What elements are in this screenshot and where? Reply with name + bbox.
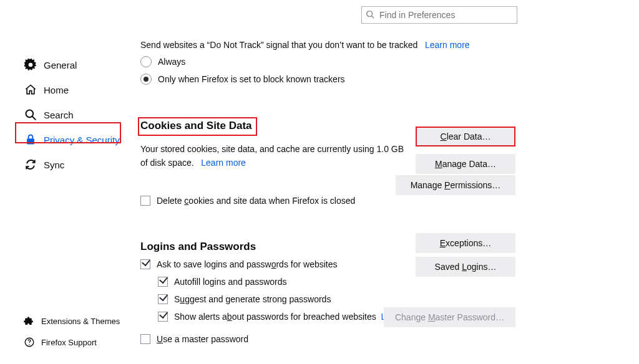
change-master-password-button: Change Master Password… <box>384 307 515 327</box>
radio-icon <box>140 74 152 85</box>
checkbox-icon <box>140 259 150 269</box>
sidebar-item-label: Home <box>44 85 69 95</box>
saved-logins-button[interactable]: Saved Logins… <box>416 257 515 277</box>
checkbox-icon <box>158 294 168 304</box>
sidebar-item-home[interactable]: Home <box>19 77 131 102</box>
cookies-description: Your stored cookies, site data, and cach… <box>140 142 409 170</box>
autofill-logins-checkbox[interactable]: Autofill logins and passwords <box>158 277 509 287</box>
radio-label: Always <box>158 57 185 67</box>
dnt-description: Send websites a “Do Not Track” signal th… <box>140 40 417 50</box>
svg-point-0 <box>367 11 373 16</box>
clear-data-button[interactable]: Clear Data… <box>416 127 515 146</box>
extensions-themes-label: Extensions & Themes <box>41 317 120 326</box>
search-icon <box>366 10 378 21</box>
checkbox-label: Use a master password <box>157 334 248 344</box>
highlight-cookies-heading: Cookies and Site Data <box>138 117 257 136</box>
preferences-search[interactable] <box>361 6 517 24</box>
help-icon <box>24 337 35 348</box>
delete-cookies-on-close-checkbox[interactable]: Delete cookies and site data when Firefo… <box>140 196 509 206</box>
svg-line-1 <box>372 16 374 18</box>
checkbox-label: Delete cookies and site data when Firefo… <box>157 196 355 206</box>
home-icon <box>24 83 37 97</box>
radio-icon <box>140 56 152 67</box>
sidebar-item-label: Search <box>44 110 74 120</box>
search-input[interactable] <box>378 9 513 21</box>
search-icon <box>24 108 37 122</box>
preferences-bottom-links: Extensions & Themes Firefox Support <box>19 310 144 353</box>
svg-point-2 <box>26 110 34 118</box>
sidebar-item-search[interactable]: Search <box>19 102 131 127</box>
extensions-themes-link[interactable]: Extensions & Themes <box>19 310 144 332</box>
preferences-sidebar: General Home Search Privacy & Security S… <box>19 52 131 177</box>
sidebar-item-general[interactable]: General <box>19 52 131 77</box>
checkbox-icon <box>140 334 150 344</box>
checkbox-label: Autofill logins and passwords <box>174 277 287 287</box>
dnt-option-firefox-blocking[interactable]: Only when Firefox is set to block known … <box>140 74 509 85</box>
checkbox-icon <box>158 277 168 287</box>
sidebar-item-privacy-security[interactable]: Privacy & Security <box>19 127 131 152</box>
checkbox-icon <box>158 312 168 322</box>
sidebar-item-sync[interactable]: Sync <box>19 152 131 177</box>
checkbox-label: Suggest and generate strong passwords <box>174 294 331 304</box>
sidebar-item-label: Sync <box>44 160 64 170</box>
sidebar-item-label: Privacy & Security <box>44 135 120 145</box>
radio-label: Only when Firefox is set to block known … <box>158 74 345 84</box>
cookies-learn-more-link[interactable]: Learn more <box>201 158 246 168</box>
firefox-support-label: Firefox Support <box>41 338 97 347</box>
lock-icon <box>24 133 37 146</box>
svg-line-3 <box>32 117 36 120</box>
svg-rect-4 <box>27 138 34 144</box>
checkbox-label: Show alerts about passwords for breached… <box>174 312 376 322</box>
manage-data-button[interactable]: Manage Data… <box>416 154 515 174</box>
checkbox-label: Ask to save logins and passwords for web… <box>157 259 338 269</box>
firefox-support-link[interactable]: Firefox Support <box>19 332 144 353</box>
dnt-learn-more-link[interactable]: Learn more <box>425 40 470 50</box>
checkbox-icon <box>140 196 150 206</box>
dnt-option-always[interactable]: Always <box>140 56 509 67</box>
use-master-password-checkbox[interactable]: Use a master password <box>140 334 509 344</box>
sync-icon <box>24 158 37 171</box>
suggest-strong-passwords-checkbox[interactable]: Suggest and generate strong passwords <box>158 294 509 304</box>
gear-icon <box>24 58 37 72</box>
svg-point-6 <box>29 344 29 345</box>
puzzle-icon <box>24 315 35 327</box>
manage-permissions-button[interactable]: Manage Permissions… <box>396 175 515 195</box>
sidebar-item-label: General <box>44 60 77 70</box>
exceptions-button[interactable]: Exceptions… <box>416 233 515 253</box>
